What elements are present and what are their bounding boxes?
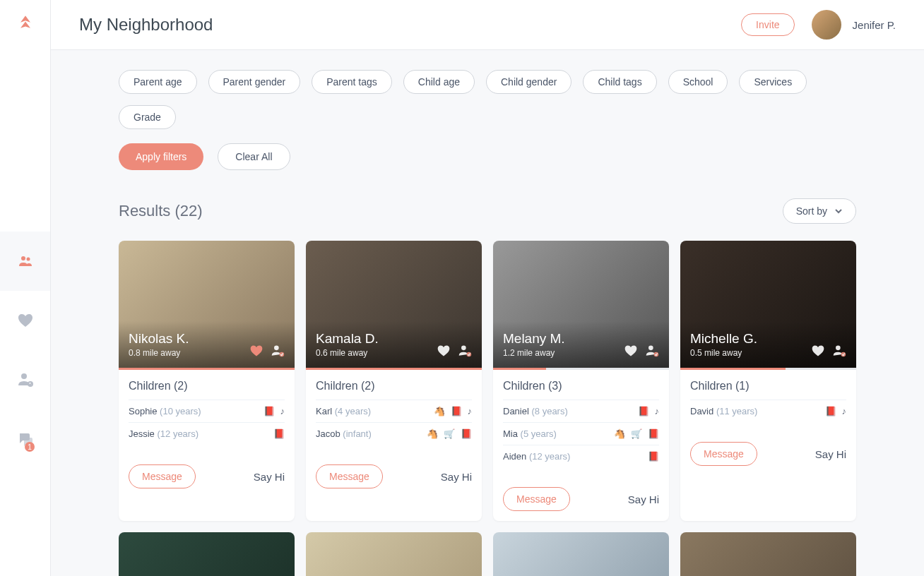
card-distance: 0.8 mile away: [129, 348, 189, 358]
user-name: Jenifer P.: [853, 19, 896, 31]
activity-icon: 📕: [273, 428, 285, 439]
child-age: (4 years): [335, 406, 371, 416]
add-user-icon[interactable]: [458, 344, 472, 358]
sidebar-item-people[interactable]: [0, 232, 50, 291]
heart-icon[interactable]: [249, 344, 263, 358]
filter-chip[interactable]: Child gender: [486, 70, 571, 94]
filter-chip[interactable]: Parent gender: [208, 70, 301, 94]
child-row: Sophie (10 years) 📕♪: [129, 400, 285, 422]
children-count: Children (2): [316, 380, 472, 392]
user-avatar: [812, 10, 841, 40]
sayhi-button[interactable]: Say Hi: [441, 471, 472, 483]
filter-chip[interactable]: Grade: [119, 105, 176, 129]
svg-point-2: [21, 373, 27, 379]
result-card[interactable]: [119, 532, 295, 576]
card-photo[interactable]: Nikolas K. 0.8 mile away: [119, 241, 295, 368]
activity-icon: 🛒: [444, 428, 455, 439]
card-distance: 0.6 mile away: [316, 348, 379, 358]
child-name: Aiden: [503, 451, 526, 462]
child-name: Daniel: [503, 406, 529, 416]
card-photo[interactable]: Melany M. 1.2 mile away: [493, 241, 669, 368]
activity-icon: 🐴: [614, 428, 625, 439]
svg-point-4: [274, 346, 279, 351]
filter-chip[interactable]: School: [668, 70, 728, 94]
child-name: Jessie: [129, 428, 155, 439]
card-name: Michelle G.: [690, 331, 757, 347]
card-distance: 1.2 mile away: [503, 348, 565, 358]
child-age: (11 years): [716, 406, 758, 416]
filter-chip[interactable]: Services: [739, 70, 807, 94]
message-button[interactable]: Message: [503, 487, 570, 511]
child-age: (8 years): [531, 406, 567, 416]
sidebar-item-chat[interactable]: 1: [0, 409, 50, 469]
results-count: Results (22): [119, 202, 203, 220]
activity-icon: 📕: [648, 451, 659, 462]
activity-icon: 📕: [648, 428, 659, 439]
clear-all-button[interactable]: Clear All: [218, 143, 290, 170]
app-logo-icon: [16, 14, 35, 34]
chevron-down-icon: [834, 207, 843, 215]
invite-button[interactable]: Invite: [741, 13, 794, 36]
children-count: Children (1): [690, 380, 846, 392]
card-photo[interactable]: Kamala D. 0.6 mile away: [306, 241, 482, 368]
activity-icon: 🛒: [631, 428, 642, 439]
result-card[interactable]: [306, 532, 482, 576]
activity-icon: 📕: [638, 406, 649, 416]
child-age: (infant): [343, 428, 371, 439]
child-row: Mia (5 years) 🐴🛒📕: [503, 422, 659, 445]
sayhi-button[interactable]: Say Hi: [815, 448, 846, 460]
user-menu[interactable]: Jenifer P.: [812, 10, 896, 40]
card-name: Nikolas K.: [129, 331, 189, 347]
add-user-icon[interactable]: [645, 344, 659, 358]
card-photo[interactable]: Michelle G. 0.5 mile away: [680, 241, 856, 368]
result-card[interactable]: [680, 532, 856, 576]
child-age: (12 years): [529, 451, 571, 462]
child-name: Karl: [316, 406, 332, 416]
chat-badge: 1: [25, 442, 35, 452]
activity-icon: 📕: [263, 406, 275, 416]
add-user-icon[interactable]: [271, 344, 285, 358]
apply-filters-button[interactable]: Apply filters: [119, 143, 203, 170]
svg-point-1: [26, 258, 30, 261]
sayhi-button[interactable]: Say Hi: [254, 471, 285, 483]
activity-icon: ♪: [655, 406, 660, 416]
message-button[interactable]: Message: [690, 442, 757, 466]
heart-icon[interactable]: [624, 344, 638, 358]
sidebar: 1: [0, 0, 51, 576]
sidebar-item-favorites[interactable]: [0, 291, 50, 350]
heart-icon[interactable]: [437, 344, 451, 358]
svg-point-8: [648, 346, 653, 351]
child-row: David (11 years) 📕♪: [690, 400, 846, 422]
activity-icon: 📕: [461, 428, 472, 439]
sidebar-item-connections[interactable]: [0, 350, 50, 409]
page-title: My Neighborhood: [79, 15, 213, 35]
child-name: Sophie: [129, 406, 157, 416]
activity-icon: 📕: [451, 406, 462, 416]
sort-button[interactable]: Sort by: [783, 198, 856, 224]
message-button[interactable]: Message: [316, 464, 383, 488]
child-row: Aiden (12 years) 📕: [503, 445, 659, 467]
children-count: Children (2): [129, 380, 285, 392]
filter-chip[interactable]: Child tags: [583, 70, 656, 94]
filter-chip[interactable]: Child age: [403, 70, 475, 94]
child-name: Mia: [503, 428, 518, 439]
child-age: (5 years): [521, 428, 557, 439]
activity-icon: ♪: [468, 406, 473, 416]
card-name: Kamala D.: [316, 331, 379, 347]
filter-chip[interactable]: Parent age: [119, 70, 197, 94]
children-count: Children (3): [503, 380, 659, 392]
result-card[interactable]: [493, 532, 669, 576]
card-distance: 0.5 mile away: [690, 348, 757, 358]
result-card: Nikolas K. 0.8 mile away Children (2) So…: [119, 241, 295, 521]
filter-chip[interactable]: Parent tags: [312, 70, 392, 94]
message-button[interactable]: Message: [129, 464, 196, 488]
activity-icon: 📕: [825, 406, 836, 416]
child-row: Jessie (12 years) 📕: [129, 422, 285, 445]
add-user-icon[interactable]: [832, 344, 846, 358]
heart-icon[interactable]: [811, 344, 825, 358]
activity-icon: ♪: [842, 406, 847, 416]
results-grid: Nikolas K. 0.8 mile away Children (2) So…: [119, 241, 856, 576]
child-name: Jacob: [316, 428, 340, 439]
sayhi-button[interactable]: Say Hi: [628, 493, 659, 505]
svg-point-0: [21, 256, 25, 260]
